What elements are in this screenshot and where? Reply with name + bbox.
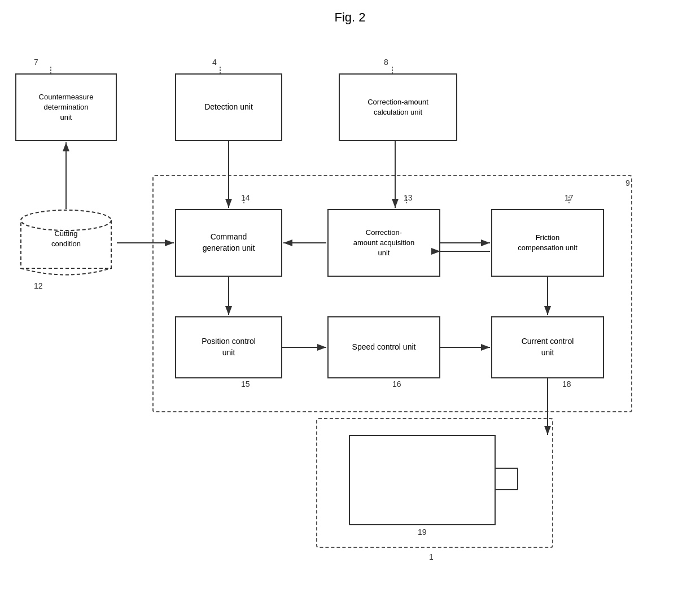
label-4: 4 [212, 58, 217, 67]
command-gen-box: Commandgeneration unit [175, 209, 282, 277]
detection-box: Detection unit [175, 73, 282, 141]
correction-calc-box: Correction-amountcalculation unit [339, 73, 457, 141]
correction-acq-label: Correction-amount acquisitionunit [353, 228, 414, 259]
label-9: 9 [625, 178, 630, 188]
friction-box: Frictioncompensation unit [491, 209, 604, 277]
label-15: 15 [241, 380, 250, 389]
label-1: 1 [429, 552, 434, 561]
diagram-container: Fig. 2 9 1 Countermeasuredeterminationun… [0, 0, 700, 597]
current-ctrl-box: Current controlunit [491, 316, 604, 378]
label-14: 14 [241, 193, 250, 202]
speed-ctrl-label: Speed control unit [352, 342, 416, 353]
speed-ctrl-box: Speed control unit [327, 316, 440, 378]
label-18: 18 [562, 380, 571, 389]
position-ctrl-label: Position controlunit [202, 336, 256, 358]
label-13: 13 [404, 193, 413, 202]
label-17: 17 [565, 193, 574, 202]
countermeasure-label: Countermeasuredeterminationunit [39, 92, 94, 123]
label-8: 8 [384, 58, 388, 67]
countermeasure-box: Countermeasuredeterminationunit [15, 73, 117, 141]
figure-title: Fig. 2 [334, 10, 365, 25]
detection-label: Detection unit [204, 102, 253, 113]
svg-point-1 [21, 210, 111, 230]
cutting-condition-cylinder: Cuttingcondition [15, 209, 117, 277]
position-ctrl-box: Position controlunit [175, 316, 282, 378]
label-7: 7 [34, 58, 38, 67]
motor-box [349, 435, 496, 525]
command-gen-label: Commandgeneration unit [203, 232, 255, 254]
label-12: 12 [34, 281, 43, 290]
current-ctrl-label: Current controlunit [522, 336, 574, 358]
motor-shaft [496, 468, 518, 490]
label-19: 19 [418, 528, 427, 537]
correction-calc-label: Correction-amountcalculation unit [368, 97, 428, 117]
correction-acq-box: Correction-amount acquisitionunit [327, 209, 440, 277]
label-16: 16 [392, 380, 401, 389]
friction-label: Frictioncompensation unit [518, 233, 578, 253]
